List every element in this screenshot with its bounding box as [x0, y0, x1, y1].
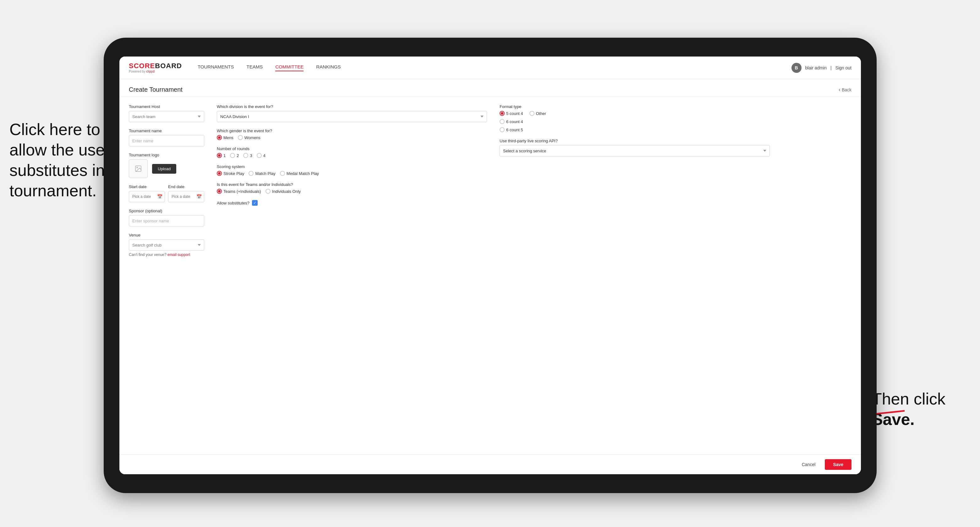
page-content: Create Tournament Back Tournament Host	[119, 79, 861, 454]
save-button[interactable]: Save	[825, 459, 851, 470]
rounds-label: Number of rounds	[217, 146, 487, 151]
rounds-2-radio[interactable]	[230, 153, 235, 158]
start-date-label: Start date	[129, 184, 165, 189]
nav-link-teams[interactable]: TEAMS	[247, 64, 262, 71]
logo-placeholder	[129, 159, 148, 178]
gender-mens-label[interactable]: Mens	[217, 135, 234, 140]
logo-score: SCORE	[129, 62, 155, 70]
format-6count5-radio[interactable]	[500, 127, 504, 132]
nav-logo: SCOREBOARD Powered by clippd	[129, 62, 182, 73]
venue-label: Venue	[129, 233, 204, 237]
end-date-label: End date	[168, 184, 204, 189]
stroke-play-label[interactable]: Stroke Play	[217, 171, 244, 176]
teams-individuals-text: Teams (+Individuals)	[223, 189, 261, 194]
allow-substitutes-text: Allow substitutes?	[217, 201, 250, 205]
match-play-label[interactable]: Match Play	[248, 171, 275, 176]
division-select[interactable]: NCAA Division I	[217, 111, 487, 122]
format-other-radio[interactable]	[530, 111, 535, 116]
rounds-2-label[interactable]: 2	[230, 153, 239, 158]
medal-match-play-label[interactable]: Medal Match Play	[280, 171, 319, 176]
format-6count5-text: 6 count 5	[506, 127, 523, 132]
gender-womens-radio[interactable]	[238, 135, 243, 140]
rounds-3-label[interactable]: 3	[243, 153, 252, 158]
tournament-logo-label: Tournament logo	[129, 152, 204, 157]
rounds-1-text: 1	[223, 153, 226, 158]
format-6count4-label[interactable]: 6 count 4	[500, 119, 770, 124]
rounds-3-radio[interactable]	[243, 153, 248, 158]
teams-individuals-label[interactable]: Teams (+Individuals)	[217, 189, 261, 194]
individuals-only-label[interactable]: Individuals Only	[266, 189, 301, 194]
event-type-radio-group: Teams (+Individuals) Individuals Only	[217, 189, 487, 194]
nav-link-rankings[interactable]: RANKINGS	[316, 64, 340, 71]
form-col-2: Which division is the event for? NCAA Di…	[210, 104, 493, 263]
rounds-3-text: 3	[250, 153, 252, 158]
venue-input[interactable]	[129, 239, 204, 251]
form-col-3: Format type 5 count 4 Other	[493, 104, 776, 263]
division-group: Which division is the event for? NCAA Di…	[217, 104, 487, 122]
form-col-1: Tournament Host Tournament name Tourname…	[129, 104, 210, 263]
rounds-4-label[interactable]: 4	[257, 153, 266, 158]
nav-links: TOURNAMENTS TEAMS COMMITTEE RANKINGS	[197, 64, 791, 71]
page-footer: Cancel Save	[119, 454, 861, 474]
email-support-link[interactable]: email support	[167, 252, 190, 257]
teams-individuals-radio[interactable]	[217, 189, 222, 194]
back-button[interactable]: Back	[838, 86, 851, 93]
nav-username: blair admin	[805, 65, 827, 70]
cancel-button[interactable]: Cancel	[797, 459, 821, 470]
format-type-group: Format type 5 count 4 Other	[500, 104, 770, 132]
gender-mens-radio[interactable]	[217, 135, 222, 140]
end-date-group: End date 📅	[168, 184, 204, 202]
tablet-frame: SCOREBOARD Powered by clippd TOURNAMENTS…	[104, 38, 877, 493]
tournament-logo-group: Tournament logo Upload	[129, 152, 204, 178]
scoring-api-select-wrap: Select a scoring service	[500, 145, 770, 156]
format-other-text: Other	[536, 111, 546, 116]
start-date-group: Start date 📅	[129, 184, 165, 202]
scoring-system-label: Scoring system	[217, 164, 487, 169]
tournament-name-input[interactable]	[129, 135, 204, 146]
nav-separator: |	[830, 65, 832, 70]
scoring-api-select[interactable]: Select a scoring service	[500, 145, 770, 156]
medal-match-play-radio[interactable]	[280, 171, 285, 176]
stroke-play-radio[interactable]	[217, 171, 222, 176]
event-type-group: Is this event for Teams and/or Individua…	[217, 182, 487, 194]
tournament-name-group: Tournament name	[129, 129, 204, 146]
rounds-1-label[interactable]: 1	[217, 153, 226, 158]
match-play-text: Match Play	[255, 171, 275, 176]
rounds-1-radio[interactable]	[217, 153, 222, 158]
gender-womens-text: Womens	[245, 135, 261, 140]
format-6count4-radio[interactable]	[500, 119, 504, 124]
rounds-4-radio[interactable]	[257, 153, 262, 158]
format-5count4-text: 5 count 4	[506, 111, 523, 116]
tournament-host-input[interactable]	[129, 111, 204, 122]
allow-substitutes-label[interactable]: Allow substitutes?	[217, 200, 487, 206]
allow-substitutes-checkbox[interactable]	[252, 200, 258, 206]
sponsor-label: Sponsor (optional)	[129, 208, 204, 213]
svg-point-3	[137, 167, 138, 168]
venue-note: Can't find your venue? email support	[129, 252, 204, 257]
form-body: Tournament Host Tournament name Tourname…	[119, 97, 861, 271]
format-6count5-label[interactable]: 6 count 5	[500, 127, 770, 132]
logo-upload-area: Upload	[129, 159, 204, 178]
format-type-label: Format type	[500, 104, 770, 109]
upload-button[interactable]: Upload	[152, 164, 176, 174]
tablet-screen: SCOREBOARD Powered by clippd TOURNAMENTS…	[119, 57, 861, 474]
scoring-system-group: Scoring system Stroke Play Match Play	[217, 164, 487, 176]
gender-womens-label[interactable]: Womens	[238, 135, 261, 140]
sponsor-input[interactable]	[129, 215, 204, 227]
sign-out-link[interactable]: Sign out	[835, 65, 851, 70]
individuals-only-radio[interactable]	[266, 189, 270, 194]
match-play-radio[interactable]	[248, 171, 254, 176]
end-date-icon: 📅	[196, 194, 202, 199]
format-5count4-radio[interactable]	[500, 111, 504, 116]
format-other-label[interactable]: Other	[530, 111, 546, 116]
nav-link-committee[interactable]: COMMITTEE	[275, 64, 304, 71]
scoring-system-radio-group: Stroke Play Match Play Medal Match Play	[217, 171, 487, 176]
nav-bar: SCOREBOARD Powered by clippd TOURNAMENTS…	[119, 57, 861, 79]
nav-link-tournaments[interactable]: TOURNAMENTS	[197, 64, 234, 71]
rounds-group: Number of rounds 1 2	[217, 146, 487, 158]
tournament-host-group: Tournament Host	[129, 104, 204, 122]
format-type-row1: 5 count 4 Other	[500, 111, 770, 116]
nav-avatar: B	[791, 63, 802, 73]
format-5count4-label[interactable]: 5 count 4	[500, 111, 523, 116]
page-title: Create Tournament	[129, 86, 183, 93]
